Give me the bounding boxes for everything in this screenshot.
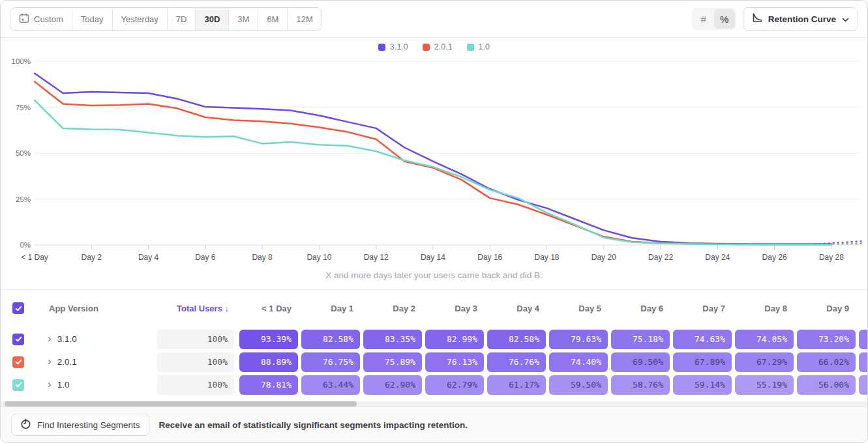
column-header-day-5[interactable]: Day 5 (549, 304, 611, 313)
x-axis-label: Day 10 (307, 253, 331, 262)
column-header-day-3[interactable]: Day 3 (425, 304, 487, 313)
chart-caption: X and more days later your users came ba… (1, 270, 867, 280)
legend-label: 1.0 (479, 42, 490, 51)
column-header-day-9[interactable]: Day 9 (797, 304, 859, 313)
find-interesting-segments-label: Find Interesting Segments (37, 420, 140, 430)
column-header-app-version[interactable]: App Version (37, 304, 157, 313)
total-users-cell: 100% (157, 352, 234, 372)
select-all-checkbox[interactable] (12, 302, 24, 314)
retention-cell[interactable]: 82.58% (487, 330, 546, 349)
absolute-mode-button[interactable]: # (693, 9, 714, 29)
retention-cell[interactable]: 62.79% (425, 375, 484, 395)
x-axis-label: Day 4 (138, 253, 159, 262)
chart-area: 3.1.02.0.11.0 100%75%50%25%0%< 1 DayDay … (1, 38, 867, 289)
retention-cell[interactable]: 58.76% (611, 375, 670, 395)
table-row-1-0: ›1.0100%78.81%63.44%62.90%62.79%61.17%59… (1, 373, 867, 396)
column-header-day-8[interactable]: Day 8 (735, 304, 797, 313)
retention-cell[interactable]: 59.14% (673, 375, 732, 395)
x-axis-label: Day 14 (421, 253, 445, 262)
retention-cell[interactable]: 82.99% (425, 330, 484, 349)
y-axis-label: 0% (20, 241, 31, 249)
retention-cell[interactable]: 76.13% (425, 352, 484, 372)
table-row-3-1-0: ›3.1.0100%93.39%82.58%83.35%82.99%82.58%… (1, 328, 867, 350)
legend-label: 3.1.0 (390, 42, 408, 51)
range-label: 30D (204, 14, 220, 24)
row-checkbox-1-0[interactable] (12, 379, 24, 391)
row-checkbox-3-1-0[interactable] (12, 334, 24, 345)
legend-item-1-0[interactable]: 1.0 (467, 42, 490, 51)
retention-cell[interactable]: 83.35% (363, 330, 422, 349)
retention-cell[interactable]: 55.19% (735, 375, 794, 395)
expand-chevron-icon[interactable]: › (48, 379, 52, 390)
range-button-3m[interactable]: 3M (228, 8, 258, 30)
retention-cell[interactable]: 93.39% (239, 330, 298, 349)
range-label: Custom (34, 14, 63, 24)
range-button-custom[interactable]: Custom (10, 8, 72, 30)
retention-cell[interactable]: 67.29% (735, 352, 794, 372)
calendar-icon (19, 13, 29, 25)
retention-cell[interactable]: 66.02% (797, 352, 856, 372)
range-label: 6M (267, 14, 278, 24)
version-cell: ›2.0.1 (37, 356, 157, 367)
retention-cell[interactable]: 76.76% (487, 352, 546, 372)
retention-cell[interactable]: 78.81% (239, 375, 298, 395)
column-header-day-2[interactable]: Day 2 (363, 304, 425, 313)
retention-cell[interactable]: 74.63% (673, 330, 732, 349)
x-axis-label: Day 6 (195, 253, 216, 262)
table-header-row: App VersionTotal Users ↓< 1 DayDay 1Day … (1, 296, 867, 320)
find-interesting-segments-button[interactable]: Find Interesting Segments (11, 414, 149, 436)
retention-cell[interactable]: 76.75% (301, 352, 360, 372)
series-line-2-0-1 (35, 81, 831, 244)
retention-cell[interactable]: 59.50% (549, 375, 608, 395)
retention-cell[interactable]: 62.90% (363, 375, 422, 395)
range-button-yesterday[interactable]: Yesterday (112, 8, 167, 30)
range-button-7d[interactable]: 7D (167, 8, 196, 30)
column-header-total-users[interactable]: Total Users ↓ (157, 304, 239, 313)
x-axis-label: Day 16 (477, 253, 502, 262)
retention-cell[interactable]: 79.63% (549, 330, 608, 349)
retention-cell[interactable]: 75.89% (363, 352, 422, 372)
value-mode-toggle: #% (692, 8, 736, 30)
legend-swatch-icon (378, 44, 385, 51)
retention-cell[interactable]: 56.00% (797, 375, 856, 395)
x-axis-label: Day 28 (819, 253, 844, 262)
x-axis-label: Day 20 (591, 253, 616, 262)
retention-cell[interactable]: 82.58% (301, 330, 360, 349)
expand-chevron-icon[interactable]: › (48, 333, 52, 344)
y-axis-label: 75% (16, 104, 31, 111)
retention-cell-clipped (859, 352, 867, 372)
range-button-today[interactable]: Today (72, 8, 112, 30)
retention-cell[interactable]: 88.89% (239, 352, 298, 372)
range-button-6m[interactable]: 6M (258, 8, 287, 30)
legend-item-3-1-0[interactable]: 3.1.0 (378, 42, 408, 51)
version-label: 1.0 (57, 380, 70, 390)
retention-cell[interactable]: 75.18% (611, 330, 670, 349)
column-header-1-day[interactable]: < 1 Day (239, 304, 301, 313)
retention-cell[interactable]: 63.44% (301, 375, 360, 395)
footer-message: Receive an email of statistically signif… (159, 420, 468, 430)
range-button-30d[interactable]: 30D (195, 8, 228, 30)
expand-chevron-icon[interactable]: › (48, 356, 52, 367)
retention-cell[interactable]: 73.20% (797, 330, 856, 349)
row-checkbox-2-0-1[interactable] (12, 356, 24, 368)
chart-type-dropdown[interactable]: Retention Curve (743, 7, 858, 31)
scrollbar-thumb[interactable] (5, 401, 357, 407)
y-axis-label: 100% (12, 57, 31, 65)
x-axis-label: Day 26 (762, 253, 787, 262)
range-button-12m[interactable]: 12M (287, 8, 321, 30)
retention-cell[interactable]: 74.05% (735, 330, 794, 349)
series-line-1-0 (35, 100, 831, 244)
retention-cell[interactable]: 61.17% (487, 375, 546, 395)
range-label: Yesterday (121, 14, 158, 24)
legend-item-2-0-1[interactable]: 2.0.1 (423, 42, 453, 51)
column-header-day-4[interactable]: Day 4 (487, 304, 549, 313)
column-header-day-1[interactable]: Day 1 (301, 304, 363, 313)
version-label: 3.1.0 (57, 334, 77, 344)
table-body: ›3.1.0100%93.39%82.58%83.35%82.99%82.58%… (1, 328, 867, 396)
percent-mode-button[interactable]: % (714, 9, 735, 29)
retention-cell[interactable]: 69.50% (611, 352, 670, 372)
column-header-day-7[interactable]: Day 7 (673, 304, 735, 313)
retention-cell[interactable]: 74.40% (549, 352, 608, 372)
retention-cell[interactable]: 67.89% (673, 352, 732, 372)
column-header-day-6[interactable]: Day 6 (611, 304, 673, 313)
